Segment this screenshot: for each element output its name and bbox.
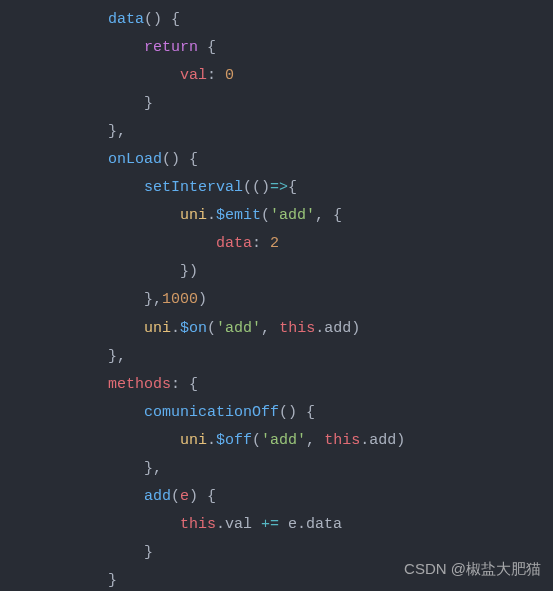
code-line: } (0, 90, 553, 118)
code-line: }, (0, 118, 553, 146)
code-line: data() { (0, 6, 553, 34)
code-line: }) (0, 258, 553, 286)
code-line: uni.$off('add', this.add) (0, 427, 553, 455)
code-line: },1000) (0, 286, 553, 314)
code-line: uni.$emit('add', { (0, 202, 553, 230)
code-block: data() { return { val: 0 } }, onLoad() {… (0, 0, 553, 591)
code-line: }, (0, 343, 553, 371)
code-line: comunicationOff() { (0, 399, 553, 427)
code-line: data: 2 (0, 230, 553, 258)
code-line: val: 0 (0, 62, 553, 90)
code-line: }, (0, 455, 553, 483)
watermark-text: CSDN @椒盐大肥猫 (404, 555, 541, 583)
code-line: add(e) { (0, 483, 553, 511)
code-line: onLoad() { (0, 146, 553, 174)
code-line: setInterval(()=>{ (0, 174, 553, 202)
code-line: methods: { (0, 371, 553, 399)
code-line: this.val += e.data (0, 511, 553, 539)
code-line: uni.$on('add', this.add) (0, 315, 553, 343)
code-line: return { (0, 34, 553, 62)
